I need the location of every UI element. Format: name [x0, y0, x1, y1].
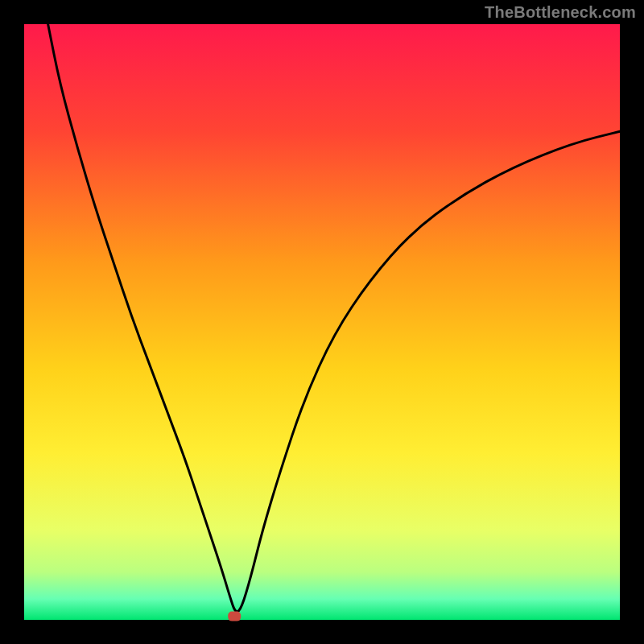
bottleneck-chart [0, 0, 644, 644]
chart-frame: TheBottleneck.com [0, 0, 644, 644]
plot-gradient-background [24, 24, 620, 620]
minimum-marker [228, 612, 241, 621]
